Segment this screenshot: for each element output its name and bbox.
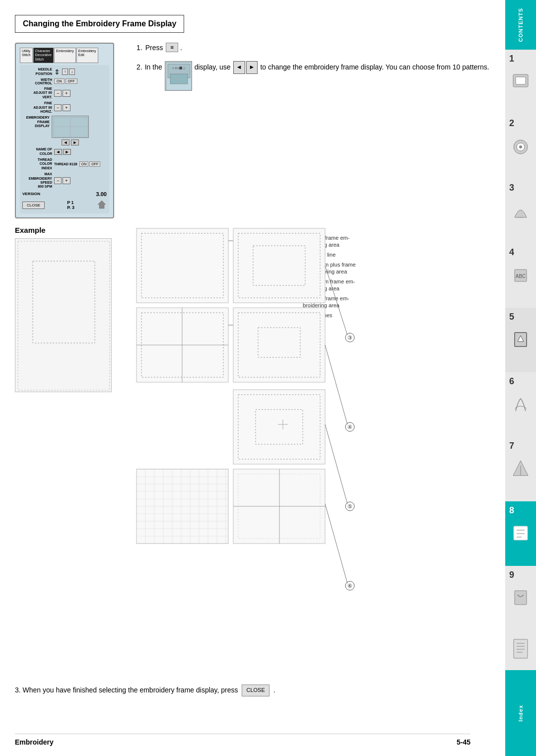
example-label: Example [15, 226, 124, 234]
version-value: 3.00 [96, 191, 107, 197]
display-left-arrow[interactable]: ◄ [62, 139, 69, 145]
svg-text:③: ③ [347, 335, 352, 341]
svg-rect-14 [514, 639, 528, 658]
fine-vert-plus[interactable]: + [63, 90, 70, 97]
page-label: P. 3 [67, 205, 74, 210]
step1-num: 1. [136, 44, 142, 52]
svg-rect-13 [515, 591, 527, 605]
thread-value: THREAD 8128 [54, 162, 77, 166]
menu-utility[interactable]: UtilityStitch [20, 48, 33, 63]
ch6-icon [511, 391, 531, 418]
fine-horiz-label: FINEADJUST 00HORIZ. [22, 101, 52, 114]
svg-line-70 [325, 424, 347, 504]
left-arrow-btn[interactable]: ◄ [233, 61, 245, 74]
ch3-number: 3 [509, 183, 514, 193]
speed-plus[interactable]: + [63, 177, 70, 184]
display-screen [52, 116, 89, 138]
ch5-number: 5 [509, 312, 514, 322]
thread-off[interactable]: OFF [89, 161, 100, 167]
svg-marker-22 [98, 201, 106, 208]
sidebar-tab-2[interactable]: 2 [505, 114, 536, 179]
sidebar-tab-9[interactable]: 9 [505, 566, 536, 630]
width-label: WIDTHCONTROL [22, 78, 52, 85]
step2-svg: ≡ ⚙ ♦ ⬛ ◻ [165, 62, 192, 91]
needle-btn1[interactable]: ↑ [62, 69, 68, 75]
sidebar-tab-index[interactable]: Index [505, 670, 536, 756]
fine-vert-label: FINEADJUST 00VERT. [22, 87, 52, 99]
ch1-icon [511, 69, 531, 94]
svg-rect-1 [516, 77, 526, 84]
svg-rect-30 [33, 261, 95, 343]
thread-on[interactable]: ON [79, 161, 89, 167]
notes-icon [511, 635, 531, 665]
svg-text:ABC: ABC [516, 274, 526, 279]
step2-display-img: ≡ ⚙ ♦ ⬛ ◻ [165, 61, 192, 91]
ch4-number: 4 [509, 247, 514, 258]
sidebar-tab-3[interactable]: 3 [505, 179, 536, 243]
ch6-number: 6 [509, 376, 514, 387]
step2-row: 2. In the ≡ ⚙ ♦ ⬛ ◻ display, use [136, 61, 490, 91]
step3-period: . [273, 686, 275, 694]
display-right-arrow[interactable]: ► [71, 139, 79, 145]
patterns-svg: ① ② ① Large frame em- broidering area ② … [134, 226, 457, 673]
width-on[interactable]: ON [54, 78, 65, 84]
speed-minus[interactable]: − [54, 177, 62, 184]
ch4-icon: ABC [511, 262, 531, 289]
svg-rect-31 [136, 228, 228, 303]
step3-num: 3. [15, 686, 23, 694]
machine-close-btn[interactable]: CLOSE [22, 202, 45, 209]
step3-text: When you have finished selecting the emb… [23, 686, 238, 694]
machine-panel: UtilityStitch CharacterDecorativeStitch … [15, 43, 124, 218]
svg-rect-53 [233, 228, 325, 303]
needle-label: NEEDLEPOSITION [22, 68, 52, 76]
ch9-icon [511, 585, 531, 612]
sidebar-tab-8[interactable]: 8 [505, 501, 536, 566]
sidebar-tab-5[interactable]: 5 [505, 308, 536, 372]
step2-after: display, use [195, 61, 231, 73]
machine-screen: UtilityStitch CharacterDecorativeStitch … [15, 43, 114, 218]
pattern-diagrams: ① ② ① Large frame em- broidering area ② … [134, 226, 490, 674]
step3-close-btn[interactable]: CLOSE [242, 685, 269, 696]
sidebar-tab-6[interactable]: 6 [505, 372, 536, 437]
color-left[interactable]: ◄ [54, 149, 62, 155]
ch7-icon [511, 456, 531, 483]
footer: Embroidery 5-45 [15, 734, 470, 746]
step2-end: to change the embroidery frame display. … [260, 61, 489, 73]
step3-row: 3. When you have finished selecting the … [15, 684, 490, 696]
thread-color-label: THREADCOLORINDEX [22, 158, 52, 170]
color-right[interactable]: ► [63, 149, 71, 155]
width-off[interactable]: OFF [66, 78, 77, 84]
needle-btn2[interactable]: ↓ [69, 69, 75, 75]
fine-horiz-minus[interactable]: − [54, 104, 62, 111]
title-box: Changing the Embroidery Frame Display [15, 15, 184, 33]
sidebar-tab-1[interactable]: 1 [505, 50, 536, 114]
menu-character[interactable]: CharacterDecorativeStitch [33, 48, 54, 63]
sidebar-tab-contents[interactable]: CONTENTS [505, 0, 536, 50]
right-arrow-btn[interactable]: ► [246, 61, 258, 74]
svg-text:④: ④ [347, 424, 352, 430]
svg-text:≡ ⚙ ♦ ⬛ ◻: ≡ ⚙ ♦ ⬛ ◻ [172, 67, 185, 70]
svg-text:⑤: ⑤ [347, 503, 352, 509]
ch7-number: 7 [509, 441, 514, 451]
example-svg [15, 239, 112, 393]
step1-text: Press [145, 44, 163, 52]
fine-horiz-plus[interactable]: + [63, 104, 70, 111]
svg-rect-29 [18, 241, 110, 390]
svg-text:broidering area: broidering area [303, 302, 340, 308]
sidebar: CONTENTS 1 2 3 4 ABC 5 [505, 0, 536, 756]
menu-embroidery[interactable]: Embroidery [54, 48, 76, 63]
fine-vert-minus[interactable]: − [54, 90, 62, 97]
index-label: Index [518, 705, 524, 722]
sidebar-tab-7[interactable]: 7 [505, 437, 536, 501]
menu-edit[interactable]: EmbroideryEdit [76, 48, 98, 63]
sidebar-tab-notes[interactable] [505, 630, 536, 670]
home-icon[interactable] [97, 200, 107, 211]
step2-arrows: ◄ ► [233, 61, 258, 74]
main-content: Changing the Embroidery Frame Display Ut… [0, 0, 505, 756]
page-num: P 1 [67, 200, 73, 205]
svg-rect-12 [514, 526, 528, 540]
sidebar-tab-4[interactable]: 4 ABC [505, 243, 536, 308]
needle-icon: ⇕ [54, 68, 60, 76]
example-section: Example [15, 226, 124, 674]
display-svg [52, 116, 89, 138]
